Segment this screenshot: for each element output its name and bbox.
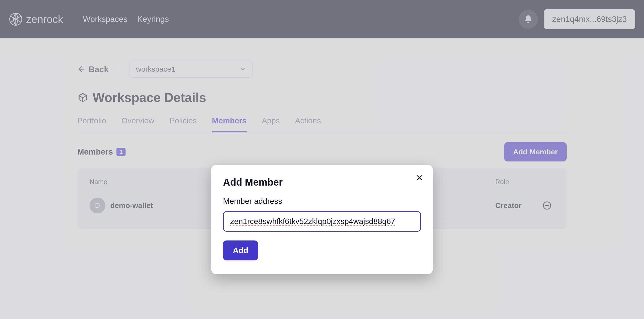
modal-add-button[interactable]: Add: [223, 240, 258, 260]
modal-title: Add Member: [223, 177, 421, 188]
add-member-modal: Add Member Member address Add: [211, 165, 433, 274]
close-icon: [416, 174, 424, 182]
modal-close-button[interactable]: [416, 174, 424, 183]
member-address-input[interactable]: [223, 211, 421, 232]
member-address-label: Member address: [223, 197, 421, 206]
